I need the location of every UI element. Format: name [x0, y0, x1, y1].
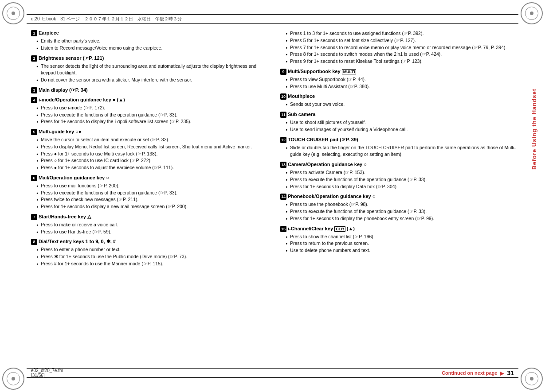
section-title-text-12: TOUCH CRUISER pad (☞P. 39) [288, 137, 358, 143]
section-number-3: 3 [31, 87, 37, 93]
section-bullets-14: Press to use the phonebook (☞P. 98). Pre… [280, 201, 516, 222]
continued-text: Continued on next page [442, 370, 497, 376]
section-main-display: 3 Main display (☞P. 34) [31, 87, 267, 93]
corner-decoration-br [516, 363, 543, 390]
sidebar-label: Before Using the Handset [531, 89, 537, 170]
section-title-imode: 4 i-mode/Operation guidance key ● (▲) [31, 97, 267, 103]
page-number: 31 [507, 369, 514, 376]
section-title-text-9: Multi/Supportbook key MULTI [288, 69, 356, 74]
list-item: Emits the other party's voice. [36, 38, 267, 45]
list-item: Press ○ for 1+ seconds to use IC card lo… [36, 157, 267, 164]
section-bullets-5: Move the cursor to select an item and ex… [31, 136, 267, 171]
header-text: dt20_E.book 31 ページ ２００７年１２月１２日 水曜日 午後２時３… [31, 16, 182, 22]
section-title-text-7: Start/Hands-free key △ [39, 214, 91, 220]
footer-bar: e02_dt20_7e.fm [31/56] Continued on next… [27, 368, 518, 378]
list-item: Press ● for 1+ seconds to use Multi easy… [36, 151, 267, 158]
list-item: Press to activate Camera (☞P. 153). [286, 169, 516, 176]
list-item: Press ● for 1+ seconds to adjust the ear… [36, 164, 267, 171]
section-title-text-5: Multi-guide key ○● [39, 129, 81, 134]
section-title-mail: 6 Mail/Operation guidance key ○ [31, 175, 267, 181]
section-number-1: 1 [31, 30, 37, 36]
section-ichannel: 15 i-Channel/Clear key CLR (▲) Press to … [280, 226, 516, 254]
corner-decoration-tl [2, 2, 29, 29]
list-item: Press to view Supportbook (☞P. 44). [286, 76, 516, 83]
section-title-dial: 8 Dial/Text entry keys 1 to 9, 0, ✱, # [31, 239, 267, 245]
section-dial-continued: Press 1 to 3 for 1+ seconds to use assig… [280, 30, 516, 65]
list-item: Press 5 for 1+ seconds to set font size … [286, 37, 516, 44]
list-item: Press to execute the functions of the op… [286, 208, 516, 215]
list-item: Press for 1+ seconds to display the i-αp… [36, 118, 267, 125]
section-touch-cruiser: 12 TOUCH CRUISER pad (☞P. 39) Slide or d… [280, 137, 516, 159]
list-item: The sensor detects the light of the surr… [36, 63, 267, 77]
section-bullets-15: Press to show the channel list (☞P. 196)… [280, 233, 516, 254]
section-imode: 4 i-mode/Operation guidance key ● (▲) Pr… [31, 97, 267, 125]
list-item: Press ✱ for 1+ seconds to use the Public… [36, 253, 267, 260]
section-bullets-10: Sends out your own voice. [280, 101, 516, 108]
list-item: Press for 1+ seconds to display the phon… [286, 215, 516, 222]
list-item: Listen to Record message/Voice memo usin… [36, 45, 267, 52]
section-bullets-dial-cont: Press 1 to 3 for 1+ seconds to use assig… [280, 30, 516, 65]
section-title-text-3: Main display (☞P. 34) [39, 87, 88, 93]
right-column: Press 1 to 3 for 1+ seconds to use assig… [274, 26, 521, 366]
section-number-8: 8 [31, 239, 37, 245]
list-item: Press twice to check new messages (☞P. 2… [36, 196, 267, 203]
list-item: Press to use i-mode (☞P. 172). [36, 105, 267, 112]
footer-filename: e02_dt20_7e.fm [31, 368, 63, 373]
list-item: Press 7 for 1+ seconds to record voice m… [286, 44, 516, 51]
section-title-text-14: Phonebook/Operation guidance key ○ [288, 194, 375, 199]
section-number-7: 7 [31, 214, 37, 220]
list-item: Use to shoot still pictures of yourself. [286, 119, 516, 126]
list-item: Press for 1+ seconds to display Data box… [286, 183, 516, 190]
list-item: Press to use the phonebook (☞P. 98). [286, 201, 516, 208]
section-title-text-2: Brightness sensor (☞P. 121) [39, 55, 104, 61]
list-item: Press to execute the functions of the op… [36, 112, 267, 119]
section-bullets-9: Press to view Supportbook (☞P. 44). Pres… [280, 76, 516, 90]
section-title-main-display: 3 Main display (☞P. 34) [31, 87, 267, 93]
section-bullets-1: Emits the other party's voice. Listen to… [31, 38, 267, 52]
section-phonebook: 14 Phonebook/Operation guidance key ○ Pr… [280, 194, 516, 222]
section-start: 7 Start/Hands-free key △ Press to make o… [31, 214, 267, 236]
section-number-14: 14 [280, 194, 286, 200]
header-bar: dt20_E.book 31 ページ ２００７年１２月１２日 水曜日 午後２時３… [27, 14, 518, 24]
list-item: Press for 1+ seconds to display a new ma… [36, 203, 267, 210]
section-title-text-11: Sub camera [288, 112, 315, 117]
section-title-ichannel: 15 i-Channel/Clear key CLR (▲) [280, 226, 516, 232]
section-title-earpiece: 1 Earpiece [31, 30, 267, 36]
section-mouthpiece: 10 Mouthpiece Sends out your own voice. [280, 93, 516, 108]
section-brightness: 2 Brightness sensor (☞P. 121) The sensor… [31, 55, 267, 84]
list-item: Press to display Menu, Redial list scree… [36, 144, 267, 151]
sidebar-label-container: Before Using the Handset [527, 89, 541, 170]
list-item: Use to delete phone numbers and text. [286, 247, 516, 254]
section-number-11: 11 [280, 112, 286, 118]
section-title-text-6: Mail/Operation guidance key ○ [39, 175, 109, 180]
list-item: Move the cursor to select an item and ex… [36, 136, 267, 144]
list-item: Press to return to the previous screen. [286, 240, 516, 247]
section-bullets-6: Press to use mail functions (☞P. 200). P… [31, 182, 267, 210]
list-item: Press to execute the functions of the op… [36, 190, 267, 197]
list-item: Press to show the channel list (☞P. 196)… [286, 233, 516, 241]
list-item: Press 1 to 3 for 1+ seconds to use assig… [286, 30, 516, 37]
list-item: Press 9 for 1+ seconds to reset Kisekae … [286, 58, 516, 65]
section-number-4: 4 [31, 97, 37, 103]
section-title-start: 7 Start/Hands-free key △ [31, 214, 267, 220]
section-title-camera: 13 Camera/Operation guidance key ○ [280, 162, 516, 168]
section-title-multi-support: 9 Multi/Supportbook key MULTI [280, 69, 516, 75]
section-title-text-10: Mouthpiece [288, 93, 315, 99]
footer-left: e02_dt20_7e.fm [31/56] [31, 368, 63, 378]
section-bullets-7: Press to make or receive a voice call. P… [31, 221, 267, 236]
list-item: Press to enter a phone number or text. [36, 246, 267, 253]
section-sub-camera: 11 Sub camera Use to shoot still picture… [280, 112, 516, 133]
section-mail: 6 Mail/Operation guidance key ○ Press to… [31, 175, 267, 210]
section-bullets-2: The sensor detects the light of the surr… [31, 63, 267, 84]
list-item: Slide or double-tap the finger on the TO… [286, 144, 516, 159]
section-title-text-1: Earpiece [39, 30, 59, 35]
section-bullets-12: Slide or double-tap the finger on the TO… [280, 144, 516, 159]
section-title-mouthpiece: 10 Mouthpiece [280, 93, 516, 100]
section-camera: 13 Camera/Operation guidance key ○ Press… [280, 162, 516, 190]
section-dial: 8 Dial/Text entry keys 1 to 9, 0, ✱, # P… [31, 239, 267, 267]
list-item: Do not cover the sensor area with a stic… [36, 77, 267, 84]
corner-decoration-tr [516, 2, 543, 29]
list-item: Press to use Hands-free (☞P. 59). [36, 229, 267, 236]
section-title-text-4: i-mode/Operation guidance key ● (▲) [39, 97, 125, 102]
footer-filepage: [31/56] [31, 373, 45, 378]
